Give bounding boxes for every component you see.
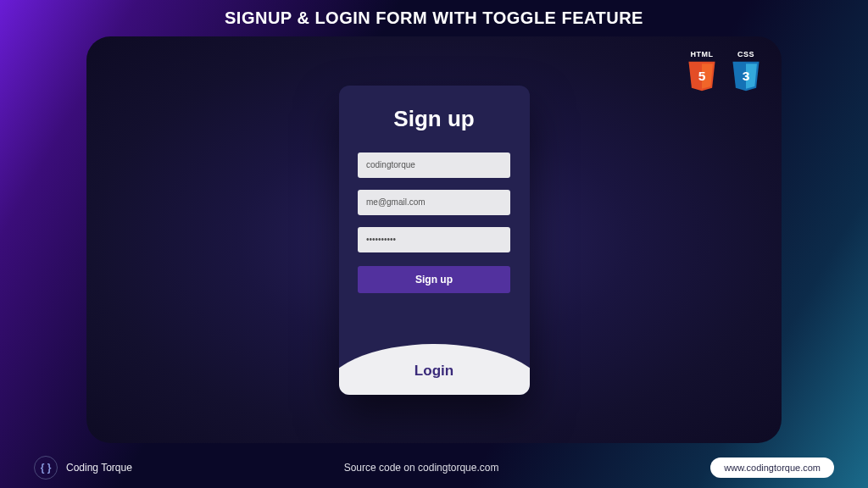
signup-card: Sign up Sign up Login [339,86,530,395]
css-label: CSS [737,50,754,58]
toggle-login-label: Login [415,363,453,380]
html5-icon: 5 [683,60,721,92]
css3-badge: CSS 3 [727,50,765,92]
footer-left: { } Coding Torque [34,456,132,480]
html-label: HTML [691,50,714,58]
demo-window: HTML 5 CSS 3 Sign up Sign up Login [86,36,782,443]
username-field[interactable] [358,152,510,178]
brand-logo-icon: { } [34,456,58,480]
footer-center-text: Source code on codingtorque.com [132,462,710,474]
footer: { } Coding Torque Source code on codingt… [0,456,868,480]
card-title: Sign up [393,106,474,132]
svg-text:5: 5 [698,69,706,83]
password-field[interactable] [358,227,510,252]
html5-badge: HTML 5 [683,50,721,92]
page-title: SIGNUP & LOGIN FORM WITH TOGGLE FEATURE [225,8,643,28]
email-field[interactable] [358,190,510,215]
site-pill[interactable]: www.codingtorque.com [710,458,834,478]
tech-badges: HTML 5 CSS 3 [683,50,765,92]
svg-text:3: 3 [743,69,750,83]
toggle-area[interactable]: Login [339,344,530,395]
signup-button[interactable]: Sign up [358,266,510,293]
css3-icon: 3 [727,60,765,92]
brand-name: Coding Torque [66,462,132,474]
